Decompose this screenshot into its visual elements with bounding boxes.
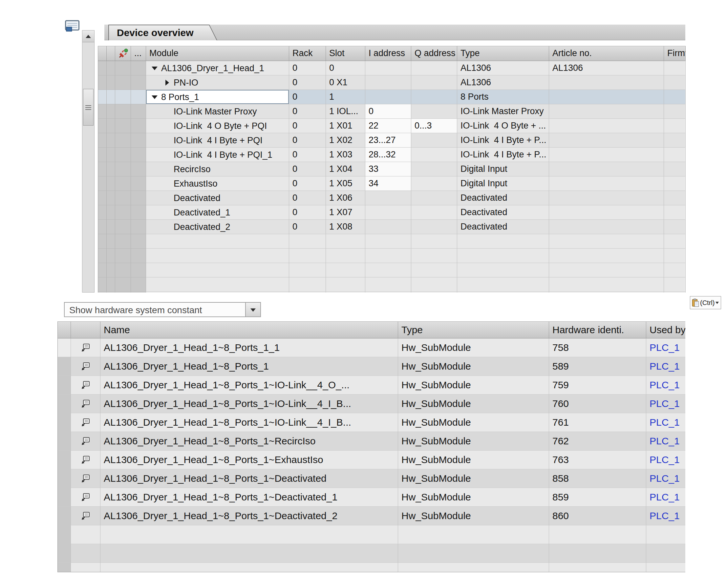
system-constant-icon [81, 361, 90, 371]
system-constant-icon [81, 492, 90, 502]
empty-cell [664, 277, 686, 292]
module-cell[interactable]: Deactivated_1 [146, 205, 289, 220]
module-cell[interactable]: 8 Ports_1 [146, 90, 289, 104]
device-row[interactable]: 8 Ports_1018 Ports [98, 90, 686, 104]
empty-cell [646, 544, 685, 563]
column-header-status[interactable] [115, 46, 131, 61]
vertical-scrollbar[interactable] [82, 30, 95, 293]
device-row[interactable]: IO-Link 4 O Byte + PQI01 X01220...3IO-Li… [98, 119, 686, 133]
tia-device-view-pane: Device overview ... Module Rack [0, 0, 727, 588]
device-row[interactable]: Deactivated_201 X08Deactivated [98, 220, 686, 234]
device-row[interactable]: PN-IO00 X1AL1306 [98, 76, 686, 90]
column-header-slot[interactable]: Slot [326, 46, 365, 61]
show-constants-dropdown[interactable]: Show hardware system constant [64, 302, 261, 317]
constant-used-by-link[interactable]: PLC_1 [646, 395, 685, 413]
device-row[interactable]: Deactivated_101 X07Deactivated [98, 205, 686, 220]
row-gutter-cell [131, 292, 146, 293]
row-gutter-cell [107, 162, 115, 176]
arrow-placeholder [163, 176, 174, 191]
device-row[interactable]: Deactivated01 X06Deactivated [98, 191, 686, 205]
constant-row[interactable]: AL1306_Dryer_1_Head_1~8_Ports_1~IO-Link_… [58, 413, 685, 432]
column-header-type[interactable]: Type [457, 46, 549, 61]
column-header-type[interactable]: Type [398, 321, 549, 338]
module-cell[interactable]: PN-IO [146, 76, 289, 90]
row-selector-cell[interactable] [58, 357, 71, 376]
row-gutter-cell [131, 263, 146, 277]
constant-row[interactable]: AL1306_Dryer_1_Head_1~8_Ports_1~Deactiva… [58, 507, 685, 525]
constant-used-by-link[interactable]: PLC_1 [646, 338, 685, 357]
module-cell[interactable]: IO-Link 4 I Byte + PQI [146, 133, 289, 148]
row-selector-cell[interactable] [58, 338, 71, 357]
indent-spacer [146, 133, 163, 147]
module-cell[interactable]: Deactivated_2 [146, 220, 289, 234]
collapse-arrow-icon[interactable] [150, 90, 161, 104]
constant-row[interactable]: AL1306_Dryer_1_Head_1~8_Ports_1Hw_SubMod… [58, 357, 685, 376]
device-row[interactable]: AL1306_Dryer_1_Head_100AL1306AL1306 [98, 61, 686, 76]
module-cell[interactable]: RecircIso [146, 162, 289, 176]
system-constant-icon [81, 418, 90, 427]
column-header-dots[interactable]: ... [131, 46, 146, 61]
rack-cell: 0 [289, 176, 326, 191]
column-header-used-by[interactable]: Used by [646, 321, 685, 338]
row-selector-cell[interactable] [58, 432, 71, 450]
module-cell[interactable]: IO-Link Master Proxy [146, 104, 289, 119]
constant-used-by-link[interactable]: PLC_1 [646, 450, 685, 469]
constant-used-by-link[interactable]: PLC_1 [646, 357, 685, 376]
empty-cell [398, 525, 549, 544]
column-header-article-no[interactable]: Article no. [549, 46, 664, 61]
constant-row[interactable]: AL1306_Dryer_1_Head_1~8_Ports_1~IO-Link_… [58, 376, 685, 395]
column-header-i-address[interactable]: I address [365, 46, 411, 61]
paste-options-button[interactable]: (Ctrl) [690, 296, 721, 309]
constant-used-by-link[interactable]: PLC_1 [646, 413, 685, 432]
device-overview-table: ... Module Rack Slot I address Q address… [98, 46, 686, 293]
device-row[interactable]: IO-Link Master Proxy01 IOL...0IO-Link Ma… [98, 104, 686, 119]
empty-cell [549, 277, 664, 292]
device-row[interactable]: RecircIso01 X0433Digital Input [98, 162, 686, 176]
constant-used-by-link[interactable]: PLC_1 [646, 376, 685, 395]
article-no-cell [549, 148, 664, 162]
empty-cell [411, 263, 457, 277]
constant-used-by-link[interactable]: PLC_1 [646, 488, 685, 507]
column-header-name[interactable]: Name [100, 321, 398, 338]
collapse-arrow-icon[interactable] [150, 61, 161, 75]
row-selector-cell[interactable] [58, 469, 71, 488]
constant-row[interactable]: AL1306_Dryer_1_Head_1~8_Ports_1~Deactiva… [58, 488, 685, 507]
constant-row[interactable]: AL1306_Dryer_1_Head_1~8_Ports_1~RecircIs… [58, 432, 685, 450]
tab-device-overview[interactable]: Device overview [108, 25, 217, 40]
device-row[interactable]: IO-Link 4 I Byte + PQI01 X0223...27IO-Li… [98, 133, 686, 148]
row-selector-cell[interactable] [58, 413, 71, 432]
column-header-module[interactable]: Module [146, 46, 289, 61]
module-cell[interactable]: Deactivated [146, 191, 289, 205]
module-cell[interactable]: IO-Link 4 I Byte + PQI_1 [146, 148, 289, 162]
constant-used-by-link[interactable]: PLC_1 [646, 469, 685, 488]
device-configuration-icon[interactable] [65, 20, 80, 33]
q-address-cell: 0...3 [411, 119, 457, 133]
empty-cell [289, 277, 326, 292]
column-header-q-address[interactable]: Q address [411, 46, 457, 61]
module-cell[interactable]: ExhaustIso [146, 176, 289, 191]
constant-row[interactable]: AL1306_Dryer_1_Head_1~8_Ports_1~ExhaustI… [58, 450, 685, 469]
constant-used-by-link[interactable]: PLC_1 [646, 432, 685, 450]
expand-arrow-icon[interactable] [163, 76, 174, 89]
scrollbar-thumb[interactable] [83, 89, 94, 126]
row-selector-cell[interactable] [58, 395, 71, 413]
column-header-rack[interactable]: Rack [289, 46, 326, 61]
constant-row[interactable]: AL1306_Dryer_1_Head_1~8_Ports_1~Deactiva… [58, 469, 685, 488]
scroll-up-button[interactable] [82, 30, 94, 42]
row-selector-cell[interactable] [58, 507, 71, 525]
column-header-firmware[interactable]: Firmware [664, 46, 686, 61]
row-selector-cell[interactable] [58, 376, 71, 395]
module-cell[interactable]: IO-Link 4 O Byte + PQI [146, 119, 289, 133]
row-selector-cell[interactable] [58, 488, 71, 507]
slot-cell: 1 X04 [326, 162, 365, 176]
column-header-hw-id[interactable]: Hardware identi. [549, 321, 646, 338]
module-cell[interactable]: AL1306_Dryer_1_Head_1 [146, 61, 289, 76]
constant-row[interactable]: AL1306_Dryer_1_Head_1~8_Ports_1~IO-Link_… [58, 395, 685, 413]
constant-row[interactable]: AL1306_Dryer_1_Head_1~8_Ports_1_1Hw_SubM… [58, 338, 685, 357]
device-row[interactable]: ExhaustIso01 X0534Digital Input [98, 176, 686, 191]
constants-table-header: Name Type Hardware identi. Used by [58, 321, 685, 338]
row-selector-cell[interactable] [58, 450, 71, 469]
dropdown-arrow-button[interactable] [245, 303, 260, 316]
device-row[interactable]: IO-Link 4 I Byte + PQI_101 X0328...32IO-… [98, 148, 686, 162]
constant-used-by-link[interactable]: PLC_1 [646, 507, 685, 525]
